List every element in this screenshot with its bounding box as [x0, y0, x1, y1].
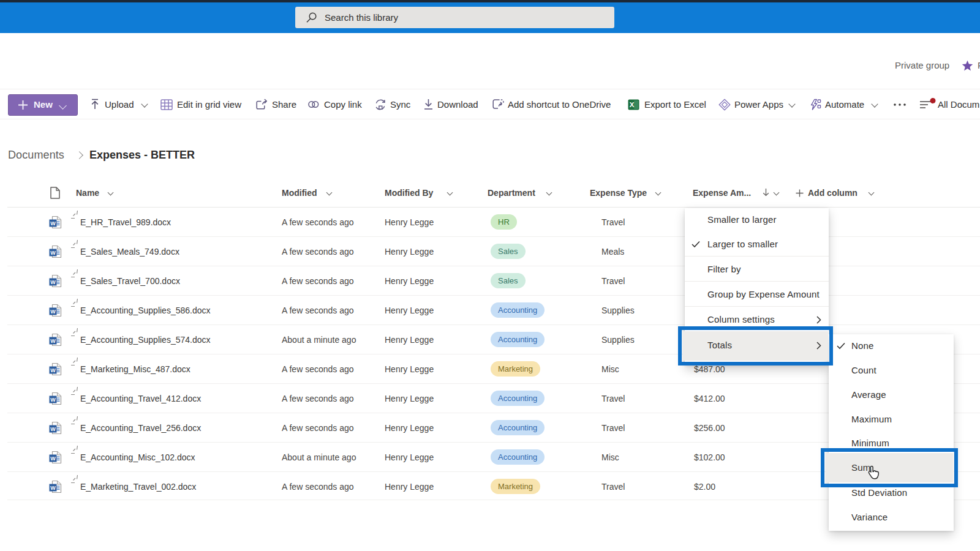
svg-text:W: W — [50, 367, 56, 373]
svg-text:W: W — [50, 397, 56, 403]
svg-text:W: W — [50, 455, 56, 462]
svg-text:W: W — [50, 250, 56, 256]
svg-text:W: W — [50, 279, 56, 285]
svg-text:W: W — [50, 485, 56, 491]
svg-text:W: W — [50, 426, 56, 432]
svg-text:X: X — [630, 101, 635, 108]
svg-text:W: W — [50, 220, 56, 227]
svg-text:W: W — [50, 309, 56, 315]
svg-text:W: W — [50, 338, 56, 344]
